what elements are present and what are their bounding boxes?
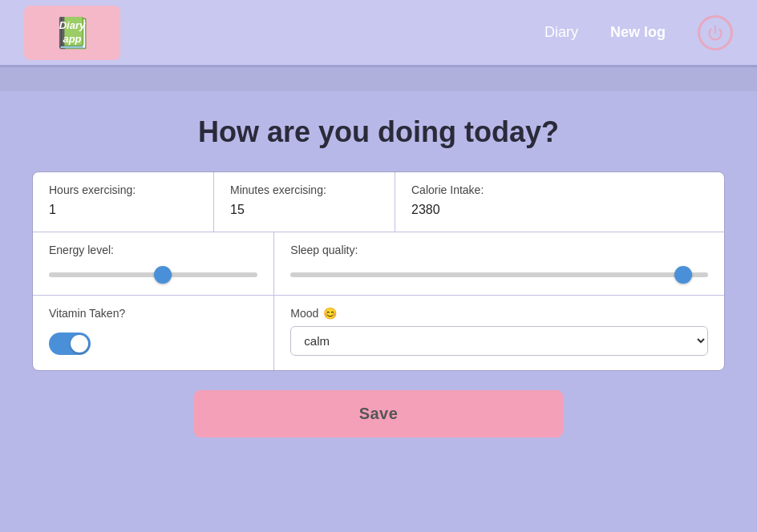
energy-slider-container (49, 263, 257, 280)
hours-input[interactable] (49, 203, 197, 217)
mood-cell: Mood 😊 calmhappysadanxiousexcitedtired (273, 296, 724, 370)
form-row-1: Hours exercising: Minutes exercising: Ca… (33, 172, 724, 232)
toggle-thumb (71, 335, 88, 353)
vitamin-toggle[interactable] (49, 332, 91, 355)
vitamin-toggle-wrapper (49, 326, 257, 355)
energy-cell: Energy level: (33, 232, 273, 295)
logo-wrapper: 📗 Diary app (54, 18, 91, 48)
page-title: How are you doing today? (32, 115, 725, 149)
mood-select[interactable]: calmhappysadanxiousexcitedtired (290, 326, 708, 356)
hours-cell: Hours exercising: (33, 172, 213, 232)
sleep-cell: Sleep quality: (273, 232, 724, 295)
main-nav: Diary New log (544, 15, 733, 50)
main-content: How are you doing today? Hours exercisin… (0, 91, 757, 461)
sleep-label: Sleep quality: (290, 244, 708, 256)
energy-slider[interactable] (49, 272, 257, 277)
sleep-slider-container (290, 263, 708, 280)
logo: 📗 Diary app (24, 6, 120, 60)
vitamin-label: Vitamin Taken? (49, 307, 257, 320)
energy-label: Energy level: (49, 244, 257, 256)
vitamin-cell: Vitamin Taken? (33, 296, 273, 370)
mood-label-text: Mood (290, 307, 318, 320)
sub-header-bar (0, 67, 757, 91)
form-grid: Hours exercising: Minutes exercising: Ca… (32, 171, 725, 371)
logo-book-icon: 📗 (54, 18, 91, 48)
power-icon (707, 25, 723, 41)
minutes-input[interactable] (230, 203, 378, 217)
form-row-2: Energy level: Sleep quality: (33, 232, 724, 296)
calories-cell: Calorie Intake: (395, 172, 724, 232)
nav-diary[interactable]: Diary (544, 24, 578, 41)
power-button[interactable] (698, 15, 733, 50)
save-container: Save (194, 390, 563, 437)
calories-label: Calorie Intake: (411, 183, 708, 196)
save-button[interactable]: Save (194, 390, 563, 437)
calories-input[interactable] (411, 203, 708, 217)
sleep-slider[interactable] (290, 272, 708, 277)
mood-emoji: 😊 (323, 307, 337, 320)
logo-box: 📗 Diary app (24, 6, 120, 60)
minutes-cell: Minutes exercising: (213, 172, 395, 232)
minutes-label: Minutes exercising: (230, 183, 378, 196)
form-row-3: Vitamin Taken? Mood 😊 calmhappysadanxiou… (33, 296, 724, 370)
hours-label: Hours exercising: (49, 183, 197, 196)
nav-new-log[interactable]: New log (610, 24, 666, 41)
mood-label-row: Mood 😊 (290, 307, 708, 320)
